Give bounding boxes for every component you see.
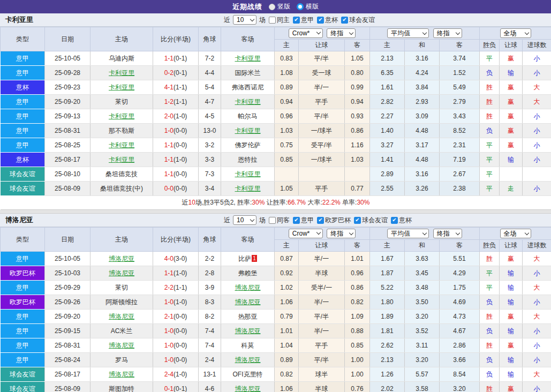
avg-draw-odds: 3.48 [405, 281, 440, 295]
average-select[interactable]: 平均值 [387, 28, 429, 38]
corner-score: 2-2 [199, 252, 221, 266]
league-badge: 意甲 [1, 66, 45, 80]
away-team-name[interactable]: 卡利亚里 [235, 185, 261, 192]
bookmaker-index-select[interactable]: 终指 [327, 229, 356, 238]
bookmaker-index-select[interactable]: 终指 [327, 28, 356, 38]
crow-away-odds: 1.09 [345, 310, 370, 324]
near-label: 近 [224, 16, 230, 25]
crow-handicap: 半/一 [299, 324, 345, 338]
league-filter-checkbox[interactable]: ✔欧罗巴杯 [317, 216, 351, 225]
league-filter-checkbox[interactable]: ✔意杯 [391, 216, 412, 225]
home-team-name[interactable]: 博洛尼亚 [109, 342, 134, 349]
home-team-name[interactable]: 博洛尼亚 [109, 269, 134, 277]
crow-handicap: 平手 [299, 338, 345, 353]
avg-away-odds: 3.66 [440, 353, 480, 367]
home-team: 那不勒斯 [90, 124, 153, 138]
away-team-name[interactable]: 博洛尼亚 [235, 327, 261, 335]
crow-away-odds: 0.86 [345, 124, 370, 138]
average-index-select[interactable]: 终指 [433, 229, 462, 238]
result-handicap: 输 [500, 367, 523, 382]
away-team-name[interactable]: 博洛尼亚 [235, 356, 261, 364]
away-team-name[interactable]: 卡利亚里 [235, 55, 261, 62]
crow-home-odds: 0.87 [275, 252, 299, 266]
home-team-name[interactable]: 卡利亚里 [109, 84, 134, 91]
league-filter-checkbox[interactable]: ✔球会友谊 [341, 16, 375, 25]
league-filter-checkbox[interactable]: ✔意杯 [317, 16, 338, 25]
col-header-odds-away: 客 [345, 240, 370, 252]
league-badge: 意甲 [1, 51, 45, 66]
result-goals: 小 [523, 324, 551, 338]
league-filter-checkbox[interactable]: ✔意甲 [293, 16, 314, 25]
checkbox-checked-icon: ✔ [293, 217, 300, 224]
home-team: 莱切 [90, 95, 153, 109]
result-goals: 小 [523, 182, 551, 196]
result-outcome: 负 [480, 295, 500, 310]
league-filter-checkbox-label: 球会友谊 [349, 16, 375, 25]
summary-segment: 30% [252, 199, 265, 206]
bookmaker-select[interactable]: Crow* [289, 229, 323, 238]
radio-vertical-layout[interactable]: 竖版 [269, 2, 290, 11]
home-team-name[interactable]: 卡利亚里 [109, 112, 134, 120]
match-row: 意甲25-08-25卡利亚里1-1(0-0)3-2佛罗伦萨0.75受平/半1.1… [1, 138, 551, 153]
home-team-name[interactable]: 卡利亚里 [109, 156, 134, 163]
chevron-down-icon [524, 230, 529, 235]
home-team-name[interactable]: 卡利亚里 [109, 69, 134, 77]
match-date: 25-09-15 [45, 324, 90, 338]
bookmaker-odds-group: Crow* 终指 [275, 228, 370, 240]
league-badge: 球会友谊 [1, 367, 45, 382]
avg-away-odds: 8.52 [440, 124, 480, 138]
match-row: 意甲25-08-24罗马1-0(0-0)2-4博洛尼亚0.89平/半1.002.… [1, 353, 551, 367]
home-team-name[interactable]: 博洛尼亚 [109, 371, 134, 378]
col-header-goals: 进球数 [523, 40, 551, 51]
same-venue-checkbox[interactable]: 同客 [269, 216, 290, 225]
league-badge: 意甲 [1, 338, 45, 353]
match-date: 25-10-03 [45, 266, 90, 281]
average-index-select[interactable]: 终指 [433, 28, 462, 38]
avg-draw-odds: 3.45 [405, 266, 440, 281]
bookmaker-select-value: Crow* [292, 29, 310, 37]
away-team-name[interactable]: 博洛尼亚 [235, 298, 261, 306]
average-select[interactable]: 平均值 [387, 229, 429, 238]
home-team-name[interactable]: 卡利亚里 [109, 141, 134, 149]
away-team-name[interactable]: 博洛尼亚 [235, 385, 261, 392]
filter-controls: 近10场同客✔意甲✔欧罗巴杯✔球会友谊✔意杯 [224, 215, 412, 225]
corner-score: 4-7 [199, 95, 221, 109]
average-select-value: 平均值 [391, 229, 410, 238]
avg-away-odds: 5.51 [440, 252, 480, 266]
match-count-select[interactable]: 10 [233, 15, 256, 25]
same-venue-checkbox[interactable]: 同主 [269, 16, 290, 25]
home-team-name[interactable]: 博洛尼亚 [109, 313, 134, 320]
matches-table: 类型 日期 主场 比分(半场) 角球 客场 Crow* 终指 平均值 终指 全场 [0, 27, 551, 210]
scope-select[interactable]: 全场 [500, 28, 531, 38]
match-row: 意杯25-09-23卡利亚里4-1(1-1)5-4弗洛西诺尼0.89半/一0.9… [1, 80, 551, 95]
bookmaker-select[interactable]: Crow* [289, 28, 323, 38]
col-header-date: 日期 [45, 27, 90, 51]
result-goals: 大 [523, 95, 551, 109]
away-team-name[interactable]: 卡利亚里 [235, 127, 261, 134]
corner-score: 8-2 [199, 310, 221, 324]
away-team-name[interactable]: 卡利亚里 [235, 98, 261, 105]
away-team-name[interactable]: 博洛尼亚 [235, 284, 261, 291]
score: 2-0(1-0) [153, 109, 199, 124]
away-team: 卡利亚里 [221, 124, 275, 138]
radio-horizontal-layout[interactable]: 横版 [297, 2, 319, 11]
crow-away-odds [345, 167, 370, 182]
league-filter-checkbox[interactable]: ✔意甲 [293, 216, 314, 225]
avg-away-odds: 2.86 [440, 338, 480, 353]
league-filter-checkbox[interactable]: ✔球会友谊 [354, 216, 388, 225]
corner-score: 7-3 [199, 167, 221, 182]
home-team-name[interactable]: 博洛尼亚 [109, 255, 134, 262]
avg-away-odds: 3.74 [440, 51, 480, 66]
league-badge: 球会友谊 [1, 382, 45, 392]
full-time-score: 1-0 [164, 342, 173, 349]
home-team-name: 阿斯顿维拉 [105, 298, 138, 306]
avg-away-odds: 4.73 [440, 310, 480, 324]
avg-home-odds: 1.67 [370, 252, 405, 266]
result-outcome: 负 [480, 353, 500, 367]
scope-select[interactable]: 全场 [500, 229, 531, 238]
away-team-name[interactable]: 卡利亚里 [235, 170, 261, 178]
avg-away-odds: 1.75 [440, 281, 480, 295]
match-count-select[interactable]: 10 [233, 215, 256, 225]
matches-table: 类型 日期 主场 比分(半场) 角球 客场 Crow* 终指 平均值 终指 全场 [0, 227, 551, 392]
crow-home-odds: 0.83 [275, 51, 299, 66]
